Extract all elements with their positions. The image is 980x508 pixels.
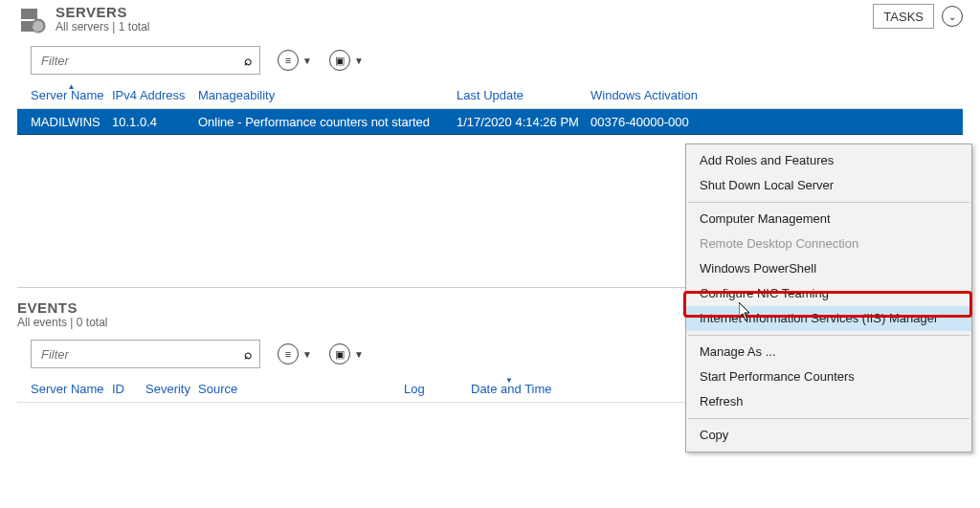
ctx-refresh[interactable]: Refresh [686, 389, 971, 414]
events-filter[interactable]: ⌕ [31, 340, 260, 368]
expand-down-icon[interactable]: ⌄ [942, 6, 963, 27]
events-filter-input[interactable] [39, 346, 244, 363]
ctx-shutdown[interactable]: Shut Down Local Server [686, 173, 971, 198]
chevron-down-icon: ▼ [354, 349, 364, 360]
ctx-nic-teaming[interactable]: Configure NIC Teaming [686, 281, 971, 306]
col-last-update[interactable]: Last Update [457, 88, 590, 102]
col-ipv4[interactable]: IPv4 Address [112, 88, 198, 102]
disk-icon: ▣ [329, 343, 350, 364]
col-ev-id[interactable]: ID [112, 382, 145, 396]
col-server-name[interactable]: ▲ Server Name [31, 88, 112, 102]
events-title: EVENTS [17, 299, 108, 316]
servers-table-header: ▲ Server Name IPv4 Address Manageability… [17, 82, 963, 109]
cell-manageability: Online - Performance counters not starte… [198, 115, 457, 129]
server-row-selected[interactable]: MADILWINS 10.1.0.4 Online - Performance … [17, 109, 963, 135]
column-options-button[interactable]: ≡ ▼ [278, 50, 312, 71]
ctx-iis-manager[interactable]: Internet Information Services (IIS) Mana… [686, 306, 971, 331]
ctx-manage-as[interactable]: Manage As ... [686, 340, 971, 364]
svg-point-2 [32, 19, 45, 33]
servers-subtitle: All servers | 1 total [56, 20, 149, 34]
cell-last-update: 1/17/2020 4:14:26 PM [457, 115, 590, 129]
events-subtitle: All events | 0 total [17, 316, 108, 330]
svg-rect-0 [21, 9, 37, 19]
disk-icon: ▣ [329, 50, 350, 71]
events-save-query-button[interactable]: ▣ ▼ [329, 343, 364, 364]
cell-server-name: MADILWINS [31, 115, 112, 129]
cell-ipv4: 10.1.0.4 [112, 115, 198, 129]
list-icon: ≡ [278, 50, 299, 71]
col-ev-severity[interactable]: Severity [145, 382, 198, 396]
cell-activation: 00376-40000-000 [590, 115, 963, 129]
ctx-copy[interactable]: Copy [686, 423, 971, 448]
search-icon[interactable]: ⌕ [244, 346, 252, 362]
col-ev-source[interactable]: Source [198, 382, 404, 396]
server-context-menu: Add Roles and Features Shut Down Local S… [685, 144, 972, 453]
chevron-down-icon: ▼ [302, 55, 312, 66]
sort-desc-icon: ▼ [505, 376, 513, 385]
ctx-separator [688, 335, 969, 336]
events-column-options-button[interactable]: ≡ ▼ [278, 343, 312, 364]
col-ev-log[interactable]: Log [404, 382, 471, 396]
tasks-button[interactable]: TASKS [873, 4, 934, 29]
ctx-separator [688, 418, 969, 419]
sort-asc-icon: ▲ [68, 82, 76, 91]
ctx-remote-desktop: Remote Desktop Connection [686, 232, 971, 256]
servers-filter[interactable]: ⌕ [31, 46, 260, 75]
servers-header: SERVERS All servers | 1 total TASKS ⌄ [17, 4, 963, 36]
col-manageability[interactable]: Manageability [198, 88, 457, 102]
ctx-start-perf-counters[interactable]: Start Performance Counters [686, 364, 971, 389]
col-ev-server-name[interactable]: Server Name [31, 382, 112, 396]
ctx-computer-management[interactable]: Computer Management [686, 207, 971, 232]
tasks-label: TASKS [883, 10, 924, 24]
list-icon: ≡ [278, 343, 299, 364]
servers-toolbar: ⌕ ≡ ▼ ▣ ▼ [17, 36, 963, 82]
ctx-add-roles[interactable]: Add Roles and Features [686, 148, 971, 173]
chevron-down-icon: ▼ [354, 55, 364, 66]
search-icon[interactable]: ⌕ [244, 53, 252, 68]
save-query-button[interactable]: ▣ ▼ [329, 50, 364, 71]
servers-icon [17, 4, 50, 36]
ctx-powershell[interactable]: Windows PowerShell [686, 256, 971, 281]
chevron-down-icon: ▼ [302, 349, 312, 360]
servers-title: SERVERS [56, 4, 149, 20]
servers-filter-input[interactable] [39, 53, 244, 69]
col-activation[interactable]: Windows Activation [590, 88, 963, 102]
ctx-separator [688, 202, 969, 203]
